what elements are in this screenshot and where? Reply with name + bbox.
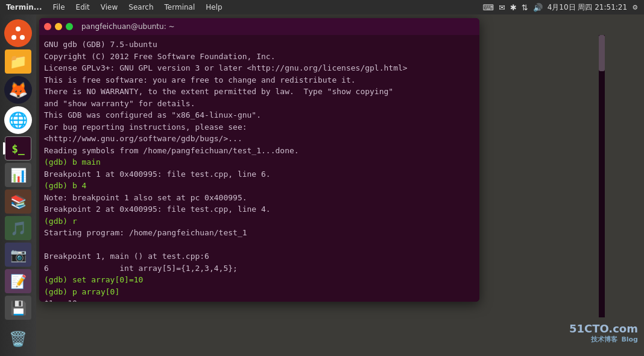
terminal-title: pangfeichuan@ubuntu: ~ — [81, 22, 175, 31]
volume-icon[interactable]: 🔊 — [533, 3, 543, 12]
dock-icon-2[interactable]: 📚 — [5, 189, 31, 214]
bluetooth-icon[interactable]: ✱ — [510, 3, 517, 12]
dock-icon-4[interactable]: 📷 — [5, 243, 31, 267]
dock-ubuntu-logo[interactable] — [4, 19, 32, 47]
scrollbar-track — [599, 35, 605, 317]
app-name: Termin... — [0, 3, 48, 11]
mail-icon[interactable]: ✉ — [499, 3, 505, 12]
dock-icon-3[interactable]: 🎵 — [5, 216, 31, 240]
watermark-tech: 技术博客 — [591, 335, 617, 344]
system-settings-icon[interactable]: ⚙ — [632, 4, 638, 11]
dock-icon-5[interactable]: 📝 — [5, 269, 31, 293]
left-dock: 📁 🦊 🌐 $_ 📊 📚 🎵 📷 📝 💾 🗑️ — [0, 14, 36, 356]
dock-bottom: 🗑️ — [5, 327, 31, 351]
terminal-titlebar: pangfeichuan@ubuntu: ~ — [39, 18, 479, 35]
close-button[interactable] — [44, 23, 51, 30]
terminal-output: GNU gdb (GDB) 7.5-ubuntu Copyright (C) 2… — [44, 39, 475, 302]
dock-files[interactable]: 📁 — [5, 49, 31, 74]
watermark: 51CTO.com 技术博客 Blog — [569, 322, 638, 344]
terminal-window: pangfeichuan@ubuntu: ~ GNU gdb (GDB) 7.5… — [39, 18, 479, 302]
menu-bar: File Edit View Search Terminal Help — [48, 2, 227, 13]
terminal-content[interactable]: GNU gdb (GDB) 7.5-ubuntu Copyright (C) 2… — [39, 35, 479, 302]
watermark-blog: Blog — [621, 335, 638, 343]
scrollbar-thumb[interactable] — [599, 35, 605, 71]
watermark-site: 51CTO.com — [569, 322, 638, 335]
menu-file[interactable]: File — [48, 2, 69, 13]
minimize-button[interactable] — [55, 23, 62, 30]
datetime: 4月10日 周四 21:51:21 — [548, 2, 627, 13]
dock-trash[interactable]: 🗑️ — [5, 327, 31, 351]
dock-firefox[interactable]: 🦊 — [4, 76, 32, 104]
dock-chromium[interactable]: 🌐 — [4, 106, 32, 134]
menu-search[interactable]: Search — [124, 2, 158, 13]
maximize-button[interactable] — [66, 23, 73, 30]
system-tray: ⌨ ✉ ✱ ⇅ 🔊 4月10日 周四 21:51:21 ⚙ — [482, 2, 644, 13]
dock-icon-6[interactable]: 💾 — [5, 296, 31, 320]
network-icon[interactable]: ⇅ — [522, 3, 528, 12]
menu-help[interactable]: Help — [201, 2, 227, 13]
menu-edit[interactable]: Edit — [71, 2, 95, 13]
keyboard-icon[interactable]: ⌨ — [482, 3, 494, 12]
dock-terminal[interactable]: $_ — [5, 136, 31, 161]
menu-view[interactable]: View — [96, 2, 122, 13]
menu-terminal[interactable]: Terminal — [160, 2, 200, 13]
dock-icon-1[interactable]: 📊 — [5, 163, 31, 187]
top-menubar: Termin... File Edit View Search Terminal… — [0, 0, 644, 14]
